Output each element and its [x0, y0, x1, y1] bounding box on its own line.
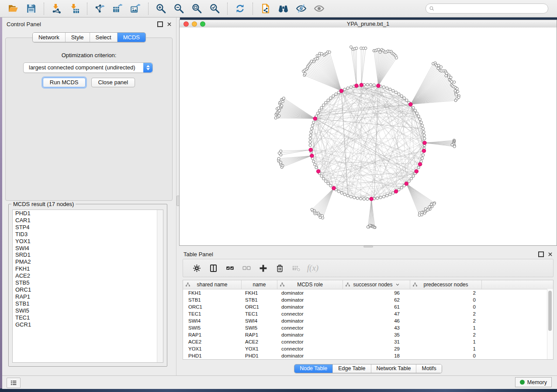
table-scrollbar[interactable] — [547, 289, 553, 359]
graph-node[interactable] — [421, 157, 423, 159]
graph-node[interactable] — [453, 81, 456, 83]
graph-node[interactable] — [420, 121, 422, 124]
graph-node[interactable] — [314, 163, 316, 166]
share-network-icon[interactable] — [259, 3, 271, 14]
export-table-icon[interactable] — [112, 3, 124, 14]
graph-node[interactable] — [394, 91, 397, 93]
graph-node[interactable] — [400, 186, 403, 189]
graph-node[interactable] — [320, 175, 323, 177]
graph-node[interactable] — [311, 124, 314, 127]
graph-node[interactable] — [329, 184, 332, 187]
graph-node[interactable] — [421, 124, 423, 127]
graph-node[interactable] — [367, 226, 369, 228]
mcds-result-item[interactable]: SWI4 — [13, 245, 163, 252]
column-header-name[interactable]: name — [242, 280, 277, 289]
graph-node[interactable] — [366, 198, 369, 200]
graph-node[interactable] — [343, 88, 346, 91]
graph-node[interactable] — [379, 51, 381, 53]
graph-node[interactable] — [309, 144, 311, 147]
graph-node[interactable] — [353, 196, 356, 199]
mcds-graph-node[interactable] — [423, 141, 427, 145]
graph-node[interactable] — [349, 195, 352, 198]
table-row[interactable]: ACE2ACE2connector311 — [183, 338, 553, 345]
graph-node[interactable] — [327, 182, 329, 185]
graph-node[interactable] — [309, 134, 312, 137]
zoom-fit-icon[interactable] — [191, 3, 203, 14]
graph-node[interactable] — [398, 93, 400, 95]
mcds-result-item[interactable]: STB1 — [13, 300, 163, 307]
graph-node[interactable] — [277, 157, 280, 160]
table-row[interactable]: YOX1YOX1connector291 — [183, 345, 553, 352]
tab-select[interactable]: Select — [90, 33, 118, 42]
memory-button[interactable]: Memory — [515, 377, 552, 387]
mcds-list-scrollbar[interactable] — [157, 210, 163, 362]
graph-node[interactable] — [340, 192, 343, 194]
graph-node[interactable] — [417, 115, 420, 117]
graph-node[interactable] — [335, 93, 337, 95]
graph-node[interactable] — [346, 194, 349, 197]
zoom-selected-icon[interactable] — [209, 3, 221, 14]
graph-node[interactable] — [389, 193, 391, 196]
graph-node[interactable] — [382, 195, 385, 198]
close-panel-button[interactable]: Close panel — [91, 78, 135, 87]
mcds-graph-node[interactable] — [360, 83, 363, 87]
graph-node[interactable] — [389, 88, 391, 91]
graph-node[interactable] — [325, 101, 327, 104]
search-field[interactable] — [426, 3, 548, 14]
show-all-icon[interactable] — [313, 3, 325, 14]
graph-node[interactable] — [363, 198, 365, 200]
column-header-MCDS-role[interactable]: MCDS role — [277, 280, 343, 289]
add-entry-icon[interactable] — [258, 263, 268, 273]
graph-node[interactable] — [310, 60, 313, 62]
mcds-result-item[interactable]: CAR1 — [13, 217, 163, 224]
export-network-icon[interactable] — [94, 3, 106, 14]
graph-node[interactable] — [309, 141, 311, 143]
mcds-graph-node[interactable] — [415, 169, 419, 173]
clear-table-icon[interactable] — [291, 263, 301, 273]
mcds-result-item[interactable]: STB5 — [13, 279, 163, 286]
graph-node[interactable] — [329, 97, 332, 100]
table-settings-icon[interactable] — [192, 263, 201, 273]
run-mcds-button[interactable]: Run MCDS — [43, 78, 86, 87]
graph-node[interactable] — [312, 121, 315, 124]
graph-node[interactable] — [419, 118, 421, 120]
sort-chevron-icon[interactable] — [395, 282, 400, 287]
graph-node[interactable] — [310, 127, 313, 130]
graph-node[interactable] — [450, 76, 452, 79]
graph-node[interactable] — [445, 74, 447, 77]
mcds-graph-node[interactable] — [309, 148, 313, 152]
import-table-icon[interactable] — [69, 3, 80, 14]
export-image-icon[interactable] — [130, 3, 142, 14]
select-all-icon[interactable] — [225, 263, 235, 273]
graph-node[interactable] — [412, 107, 415, 109]
graph-node[interactable] — [356, 197, 359, 199]
tab-edge-table[interactable]: Edge Table — [333, 364, 371, 373]
graph-node[interactable] — [325, 180, 327, 182]
graph-node[interactable] — [400, 95, 403, 97]
graph-node[interactable] — [346, 87, 349, 89]
graph-node[interactable] — [312, 160, 315, 163]
graph-node[interactable] — [337, 190, 340, 193]
column-header-predecessor-nodes[interactable]: predecessor nodes — [410, 280, 482, 289]
graph-node[interactable] — [310, 131, 312, 133]
graph-node[interactable] — [373, 84, 375, 86]
column-header-successor-nodes[interactable]: successor nodes — [343, 280, 410, 289]
mcds-graph-node[interactable] — [339, 89, 343, 93]
graph-node[interactable] — [423, 137, 426, 140]
column-header-shared-name[interactable]: shared name — [183, 280, 242, 289]
graph-node[interactable] — [350, 46, 353, 48]
open-file-icon[interactable] — [7, 3, 19, 14]
graph-node[interactable] — [382, 86, 385, 88]
mcds-graph-node[interactable] — [409, 103, 413, 107]
graph-node[interactable] — [316, 112, 319, 114]
table-scrollbar-thumb[interactable] — [548, 291, 552, 331]
graph-node[interactable] — [322, 177, 325, 180]
mcds-graph-node[interactable] — [355, 84, 359, 88]
deselect-all-icon[interactable] — [242, 263, 251, 273]
table-row[interactable]: FKH1FKH1dominator962 — [183, 289, 553, 296]
graph-node[interactable] — [437, 64, 440, 67]
graph-node[interactable] — [440, 65, 443, 68]
search-input[interactable] — [435, 5, 548, 12]
graph-node[interactable] — [379, 196, 382, 199]
network-graph[interactable] — [180, 28, 556, 245]
